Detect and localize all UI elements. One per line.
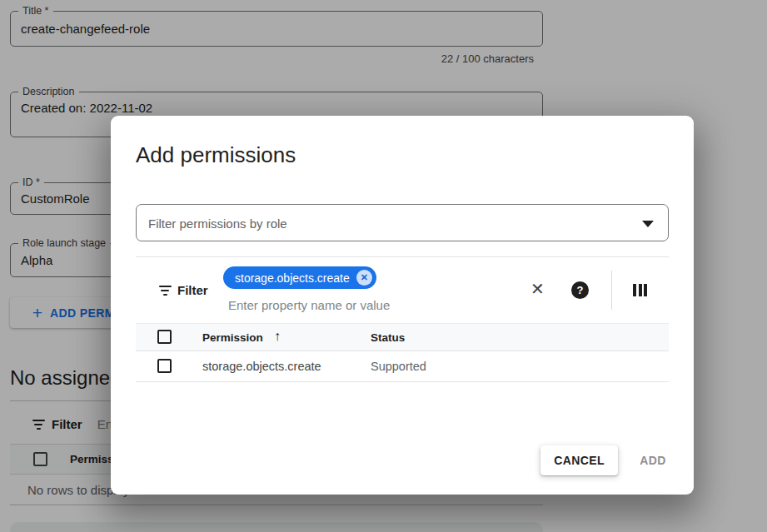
sort-ascending-icon[interactable]: ↑ [274,329,281,344]
dropdown-arrow-icon [642,221,654,227]
role-select-placeholder: Filter permissions by role [148,216,287,231]
status-cell: Supported [371,360,426,373]
divider [136,256,669,257]
page: Title * create-changefeed-role 22 / 100 … [0,0,767,532]
add-permissions-dialog: Add permissions Filter permissions by ro… [111,116,694,495]
select-all-checkbox[interactable] [157,330,172,344]
filter-permissions-by-role-select[interactable]: Filter permissions by role [136,204,669,241]
row-checkbox[interactable] [157,359,172,373]
permission-column-header[interactable]: Permission [202,331,263,344]
filter-chip[interactable]: storage.objects.create ✕ [223,266,376,289]
cancel-button[interactable]: CANCEL [540,445,618,475]
modal-table-header: Permission ↑ Status [136,323,669,351]
table-row[interactable]: storage.objects.create Supported [136,351,669,382]
modal-filter-input[interactable]: Enter property name or value [228,298,390,312]
permission-cell: storage.objects.create [202,360,321,373]
column-display-options-icon[interactable] [633,284,647,296]
filter-chip-label: storage.objects.create [235,271,350,285]
clear-filters-icon[interactable]: ✕ [530,280,545,298]
add-button[interactable]: ADD [627,445,679,475]
status-column-header[interactable]: Status [371,331,405,344]
help-icon[interactable]: ? [571,281,589,299]
chip-close-icon[interactable]: ✕ [356,270,372,286]
divider [611,271,612,310]
filter-icon [158,286,172,298]
modal-filter-label: Filter [177,283,208,297]
dialog-title: Add permissions [136,142,296,168]
